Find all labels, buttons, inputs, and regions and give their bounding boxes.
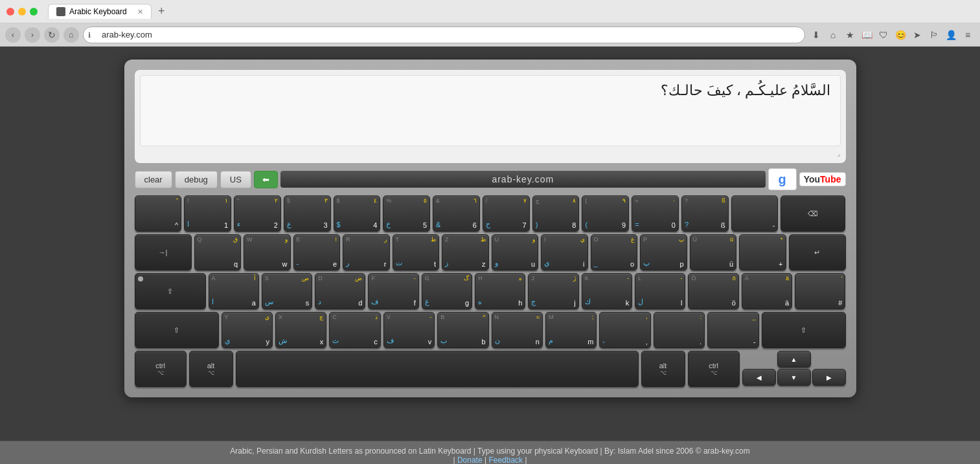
new-tab-button[interactable]: + bbox=[154, 5, 169, 18]
rtl-button[interactable]: ⬅ bbox=[254, 171, 278, 188]
key-y[interactable]: ي Y y ي bbox=[222, 312, 273, 348]
alt-left-key[interactable]: alt ⌥ bbox=[189, 351, 233, 387]
spacebar[interactable] bbox=[236, 351, 639, 387]
key-comma[interactable]: ، , ، bbox=[599, 312, 650, 348]
caps-key[interactable]: ⇧ bbox=[135, 273, 206, 309]
key-d[interactable]: ض D d د bbox=[315, 273, 365, 309]
tab-key[interactable]: →| bbox=[135, 234, 192, 271]
home-button[interactable]: ⌂ bbox=[63, 27, 79, 43]
back-button[interactable]: ‹ bbox=[5, 27, 21, 43]
tab-close-button[interactable]: ✕ bbox=[137, 8, 143, 16]
feedback-link[interactable]: Feedback bbox=[488, 456, 523, 464]
download-icon[interactable]: ⬇ bbox=[809, 28, 823, 42]
key-bottom-ar: ر bbox=[346, 259, 349, 267]
key-h[interactable]: ه H h ه bbox=[475, 273, 525, 309]
emoji-icon[interactable]: 😊 bbox=[893, 28, 907, 42]
shift-right-key[interactable]: ⇧ bbox=[762, 312, 846, 348]
donate-link[interactable]: Donate bbox=[457, 456, 483, 464]
youtube-button[interactable]: YouTube bbox=[799, 172, 846, 186]
key-u[interactable]: و U u و bbox=[492, 234, 539, 271]
google-search-button[interactable]: g bbox=[768, 168, 797, 190]
fullscreen-traffic-light[interactable] bbox=[30, 8, 38, 16]
key-1[interactable]: ١ ! 1 ا bbox=[184, 195, 231, 232]
key-0[interactable]: ٠ = 0 = bbox=[632, 195, 679, 232]
close-traffic-light[interactable] bbox=[6, 8, 14, 16]
key-6[interactable]: ٦ & 6 & bbox=[433, 195, 480, 232]
arrow-right-key[interactable]: ▶ bbox=[812, 369, 846, 386]
key-g[interactable]: گ G g غ bbox=[422, 273, 472, 309]
key-q[interactable]: ق Q q bbox=[194, 234, 242, 271]
key-3[interactable]: ٣ § 3 ع bbox=[284, 195, 331, 232]
shift-left-key[interactable]: ⇧ bbox=[135, 312, 219, 348]
clear-button[interactable]: clear bbox=[135, 171, 172, 188]
arrow-up-key[interactable]: ▲ bbox=[777, 351, 811, 368]
key-5[interactable]: ٥ % 5 خ bbox=[383, 195, 430, 232]
key-z[interactable]: ظ Z z ز bbox=[442, 234, 489, 271]
arrow-left-key[interactable]: ◀ bbox=[742, 369, 776, 386]
key-c[interactable]: ذ C c ث bbox=[329, 312, 380, 348]
home-icon[interactable]: ⌂ bbox=[826, 28, 840, 42]
key-l[interactable]: - L l ل bbox=[635, 273, 685, 309]
menu-icon[interactable]: ≡ bbox=[961, 28, 975, 42]
star-icon[interactable]: ★ bbox=[843, 28, 857, 42]
ctrl-right-key[interactable]: ctrl ⌥ bbox=[688, 351, 740, 387]
active-tab[interactable]: Arabic Keyboard ✕ bbox=[48, 4, 152, 19]
key-b[interactable]: ^ B b ب bbox=[437, 312, 488, 348]
key-f[interactable]: - F f ف bbox=[368, 273, 418, 309]
forward-button[interactable]: › bbox=[25, 27, 40, 43]
key-k[interactable]: - K k ك bbox=[582, 273, 632, 309]
key-period[interactable]: : . bbox=[654, 312, 705, 348]
key-bottom-main: w bbox=[282, 260, 288, 269]
reload-button[interactable]: ↻ bbox=[44, 27, 60, 43]
key-r[interactable]: ر R r ر bbox=[343, 234, 390, 271]
key-t[interactable]: ط T t ت bbox=[393, 234, 440, 271]
key-9[interactable]: ٩ ( 9 ( bbox=[582, 195, 629, 232]
key-bottom-main: . bbox=[700, 338, 701, 346]
key-oe[interactable]: ö Ö ö bbox=[688, 273, 738, 309]
key-8[interactable]: ٨ ﺝ 8 ) bbox=[532, 195, 580, 232]
ctrl-left-key[interactable]: ctrl ⌥ bbox=[135, 351, 187, 387]
key-top-ar: ß bbox=[722, 197, 725, 206]
key-ae[interactable]: ä Ä ä bbox=[742, 273, 792, 309]
key-m[interactable]: ; M m م bbox=[545, 312, 597, 348]
key-top-ar: = bbox=[536, 314, 540, 323]
key-j[interactable]: ژ J j ج bbox=[528, 273, 578, 309]
key-e[interactable]: ! E e - bbox=[293, 234, 341, 271]
bookmark-icon[interactable]: 📖 bbox=[860, 28, 874, 42]
shield-icon[interactable]: 🛡 bbox=[876, 28, 891, 42]
key-ue[interactable]: ü Ü ü bbox=[690, 234, 737, 271]
debug-button[interactable]: debug bbox=[175, 171, 218, 188]
url-bar[interactable] bbox=[83, 27, 805, 43]
person-icon[interactable]: 👤 bbox=[944, 28, 958, 42]
key-backtick[interactable]: ° ^ bbox=[135, 195, 182, 232]
key-p[interactable]: پ P p پ bbox=[640, 234, 687, 271]
key-x[interactable]: چ X x ش bbox=[275, 312, 326, 348]
enter-key[interactable]: ↵ bbox=[789, 234, 846, 271]
key-sz[interactable]: ß ? ß ? bbox=[681, 195, 729, 232]
key-i[interactable]: ي I i ي bbox=[541, 234, 588, 271]
send-icon[interactable]: ➤ bbox=[910, 28, 924, 42]
key-n[interactable]: = N n ن bbox=[492, 312, 543, 348]
us-button[interactable]: US bbox=[220, 171, 251, 188]
arrow-down-key[interactable]: ▼ bbox=[777, 369, 811, 386]
minimize-traffic-light[interactable] bbox=[18, 8, 26, 16]
key-hash[interactable]: ' # bbox=[795, 273, 845, 309]
flag-icon[interactable]: 🏳 bbox=[927, 28, 941, 42]
key-bottom-main: p bbox=[679, 260, 683, 269]
backspace-key[interactable]: ⌫ bbox=[781, 195, 845, 232]
key-accent[interactable]: - bbox=[731, 195, 779, 232]
key-bottom-ar: پ bbox=[643, 259, 650, 267]
key-s[interactable]: ص S s س bbox=[262, 273, 312, 309]
arabic-text-area[interactable]: السَّلامُ عليـكُـم ، كيفَ حالـك؟ bbox=[140, 75, 841, 146]
key-minus[interactable]: _ - bbox=[707, 312, 758, 348]
key-o[interactable]: غ O o _ bbox=[591, 234, 638, 271]
key-a[interactable]: أ A a ا bbox=[209, 273, 259, 309]
key-7[interactable]: ٧ / 7 ح bbox=[483, 195, 530, 232]
key-w[interactable]: و W w bbox=[244, 234, 291, 271]
key-4[interactable]: ٤ $ 4 $ bbox=[334, 195, 381, 232]
key-plus[interactable]: * + bbox=[739, 234, 786, 271]
alt-right-key[interactable]: alt ⌥ bbox=[641, 351, 685, 387]
key-top-ar: ! bbox=[335, 236, 337, 245]
key-2[interactable]: ٢ " 2 ء bbox=[234, 195, 281, 232]
key-v[interactable]: - V v ف bbox=[383, 312, 435, 348]
